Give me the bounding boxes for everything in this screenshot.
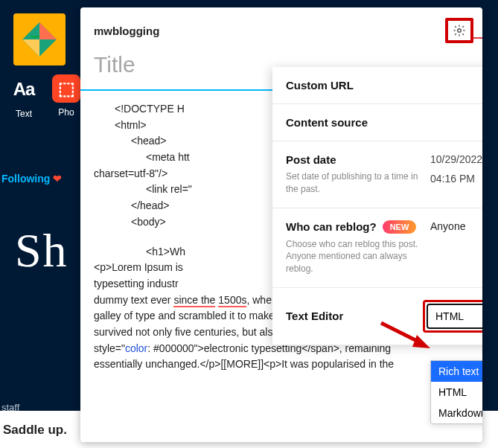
- setting-label: Post date: [286, 153, 421, 166]
- avatar-diamond-icon: [20, 20, 59, 59]
- new-text-post[interactable]: Aa Text: [9, 74, 39, 119]
- svg-marker-2: [22, 39, 39, 57]
- text-editor-select[interactable]: HTML: [427, 304, 482, 329]
- date-value[interactable]: 10/29/2022: [430, 153, 482, 165]
- setting-label: Custom URL: [286, 79, 354, 92]
- photo-label: Pho: [58, 107, 74, 118]
- text-editor-dropdown: Rich text HTML Markdown: [430, 360, 482, 424]
- post-editor: mwblogging Title <!DOCTYPE H <html> <hea…: [80, 7, 482, 442]
- highlight-box-select: HTML: [423, 300, 482, 333]
- text-editor-value: HTML: [435, 310, 464, 322]
- dropdown-option-html[interactable]: HTML: [431, 382, 482, 403]
- dropdown-option-markdown[interactable]: Markdown: [431, 403, 482, 423]
- following-link[interactable]: Following❤: [1, 173, 62, 185]
- setting-sub: Choose who can reblog this post. Anyone …: [286, 238, 421, 275]
- setting-label: Content source: [286, 116, 368, 129]
- svg-point-3: [458, 29, 462, 33]
- avatar[interactable]: [13, 13, 66, 65]
- new-badge: NEW: [383, 220, 417, 234]
- highlight-box-gear: [445, 18, 473, 43]
- username[interactable]: mwblogging: [94, 25, 159, 37]
- svg-marker-1: [39, 22, 57, 39]
- reblog-value: Anyone: [430, 220, 465, 232]
- gear-icon[interactable]: [453, 24, 466, 37]
- setting-reblog: Who can reblog? NEW Choose who can reblo…: [272, 208, 482, 288]
- para-text: typesetting industr: [94, 278, 179, 289]
- setting-sub: Set date of publishing to a time in the …: [286, 170, 421, 196]
- code-line: <meta htt: [146, 151, 190, 163]
- reblog-select[interactable]: Anyone: [430, 220, 482, 232]
- bg-word: Sh: [15, 223, 68, 278]
- para-text: essentially unchanged.</p>[[MORE]]<p>It …: [94, 358, 394, 370]
- para-text: <p>Lorem Ipsum is: [94, 261, 183, 273]
- text-label: Text: [16, 109, 32, 119]
- setting-label: Who can reblog? NEW: [286, 220, 421, 234]
- time-value[interactable]: 04:16 PM: [430, 173, 475, 185]
- setting-label: Text Editor: [286, 310, 343, 322]
- setting-post-date: Post date Set date of publishing to a ti…: [272, 141, 482, 208]
- setting-content-source[interactable]: Content source https://...: [272, 104, 482, 141]
- post-settings-panel: Custom URL /post/123/ Content source htt…: [272, 67, 482, 345]
- dropdown-option-richtext[interactable]: Rich text: [431, 361, 482, 382]
- setting-custom-url[interactable]: Custom URL /post/123/: [272, 67, 482, 104]
- setting-text-editor: Text Editor HTML: [272, 288, 482, 345]
- bg-headline: Saddle up.: [3, 423, 67, 438]
- new-photo-post[interactable]: ⬚ Pho: [52, 74, 80, 119]
